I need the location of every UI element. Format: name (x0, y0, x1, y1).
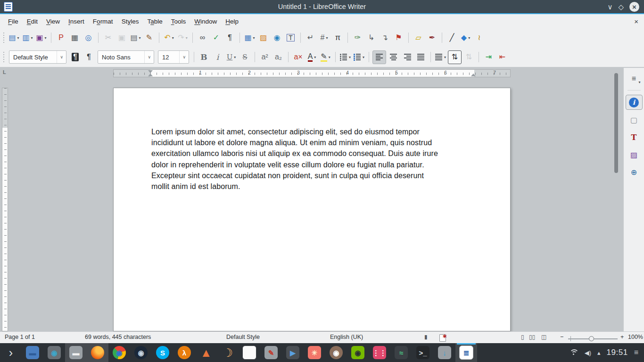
justified-button[interactable] (414, 51, 427, 64)
dropdown-arrow-icon[interactable]: ▾ (468, 36, 470, 40)
status-language[interactable]: English (UK) (330, 334, 363, 340)
zoom-slider-knob[interactable] (589, 336, 594, 341)
vertical-ruler[interactable] (2, 88, 8, 331)
taskbar-virtual-desktop[interactable]: ▬ (22, 343, 43, 362)
dropdown-arrow-icon[interactable]: ▾ (253, 36, 255, 40)
insert-cross-reference-button[interactable]: ▱ (412, 32, 425, 44)
close-document-icon[interactable]: × (634, 17, 638, 25)
align-center-button[interactable] (387, 51, 400, 64)
taskbar-nvidia-settings[interactable]: ◉ (347, 343, 369, 362)
sidebar-page-deck[interactable]: ▢ (626, 113, 642, 127)
track-changes-button[interactable]: ✒ (426, 32, 438, 44)
menu-help[interactable]: Help (221, 16, 243, 27)
taskbar-system-monitor[interactable]: ≈ (390, 343, 412, 362)
find-and-replace-button[interactable]: ∞ (196, 32, 209, 44)
spelling-button[interactable]: ✓ (210, 32, 223, 44)
clear-formatting-button[interactable]: a× (292, 51, 305, 64)
increase-paragraph-spacing-button[interactable]: ⇅ (448, 50, 462, 64)
chevron-down-icon[interactable]: ∨ (144, 51, 154, 63)
taskbar-gimp[interactable]: ◉ (325, 343, 347, 362)
taskbar-terminal[interactable]: >_ (412, 343, 434, 362)
right-indent-marker[interactable] (471, 74, 476, 76)
strikethrough-button[interactable]: S (239, 51, 251, 64)
taskbar-text-editor[interactable]: ✎ (260, 343, 282, 362)
taskbar-firefox[interactable] (87, 343, 108, 362)
insert-formula-button[interactable]: π (331, 32, 344, 44)
menu-table[interactable]: Table (143, 16, 166, 27)
unordered-list-button[interactable]: ▾ (339, 51, 352, 64)
align-left-button[interactable] (372, 50, 386, 64)
status-word-count[interactable]: 69 words, 445 characters (85, 334, 151, 340)
dropdown-arrow-icon[interactable]: ▾ (314, 55, 316, 59)
taskbar-file-manager[interactable]: ▬ (65, 343, 87, 362)
formatting-marks-button[interactable]: ¶ (223, 32, 236, 44)
taskbar-libreoffice-writer[interactable]: ≣ (455, 343, 477, 362)
taskbar-audio-mixer[interactable]: ⋮⋮ (369, 343, 390, 362)
dropdown-arrow-icon[interactable]: ▾ (326, 36, 328, 40)
zoom-out-button[interactable]: − (560, 334, 563, 340)
update-paragraph-style-button[interactable]: ¶ (69, 51, 82, 64)
zoom-in-button[interactable]: + (620, 334, 624, 340)
wifi-icon[interactable] (570, 349, 578, 356)
taskbar-video-editor[interactable]: ▶ (282, 343, 304, 362)
zoom-percentage[interactable]: 100% (628, 334, 643, 340)
menu-window[interactable]: Window (190, 16, 221, 27)
menu-format[interactable]: Format (89, 16, 117, 27)
first-line-indent-marker[interactable] (148, 70, 153, 73)
new-paragraph-style-button[interactable]: ¶ (83, 51, 95, 64)
insert-bookmark-button[interactable]: ⚑ (392, 32, 405, 44)
highlight-color-button[interactable]: ✎▾ (319, 51, 332, 64)
document-page[interactable]: Lorem ipsum dolor sit amet, consectetur … (113, 88, 511, 331)
sidebar-navigator-deck[interactable]: ⊕ (626, 165, 642, 180)
bold-button[interactable]: B (198, 51, 210, 64)
superscript-button[interactable]: a² (258, 51, 271, 64)
volume-icon[interactable]: ◀) (585, 349, 591, 356)
decrease-indent-button[interactable]: ⇤ (496, 51, 509, 64)
menu-insert[interactable]: Insert (64, 16, 89, 27)
font-size-select[interactable]: 12∨ (158, 50, 189, 64)
taskbar-skype[interactable]: S (152, 343, 173, 362)
subscript-button[interactable]: a₂ (272, 51, 285, 64)
line-spacing-button[interactable]: ▾ (434, 51, 447, 64)
insert-comment-button[interactable]: ✑ (351, 32, 364, 44)
taskbar-image-viewer[interactable]: ☀ (304, 343, 325, 362)
new-document-button[interactable]: ▤▾ (8, 32, 20, 44)
taskbar-lambda-app[interactable]: λ (173, 343, 195, 362)
insert-line-button[interactable]: ╱ (446, 32, 458, 44)
horizontal-ruler[interactable]: 1234567 (113, 69, 511, 77)
panel-menu-icon[interactable]: ≡ (634, 348, 638, 357)
dropdown-arrow-icon[interactable]: ▾ (363, 55, 364, 59)
paste-button[interactable]: ▤▾ (129, 32, 142, 44)
title-bar[interactable]: Untitled 1 - LibreOffice Writer ∨ ◇ × (0, 0, 644, 13)
taskbar-libreoffice-start[interactable] (239, 343, 260, 362)
insert-field-button[interactable]: #▾ (318, 32, 330, 44)
export-as-pdf-button[interactable]: P (55, 32, 67, 44)
save-button[interactable]: ▣▾ (35, 32, 48, 44)
ordered-list-button[interactable]: ▾ (353, 51, 365, 64)
maximize-button[interactable]: ◇ (618, 3, 624, 10)
menu-view[interactable]: View (42, 16, 64, 27)
taskbar-vlc[interactable]: ▲ (195, 343, 217, 362)
dropdown-arrow-icon[interactable]: ▾ (234, 55, 236, 59)
align-right-button[interactable] (401, 51, 413, 64)
close-button[interactable]: × (629, 2, 639, 12)
left-indent-marker[interactable] (148, 74, 153, 76)
status-page-count[interactable]: Page 1 of 1 (5, 334, 35, 340)
sidebar-sidebar-settings[interactable]: ≡▾ (626, 72, 642, 86)
sidebar-gallery-deck[interactable]: ▨ (626, 148, 642, 162)
open-button[interactable]: ▥▾ (21, 32, 34, 44)
font-name-select[interactable]: Noto Sans∨ (98, 50, 154, 64)
font-color-button[interactable]: A▾ (305, 51, 318, 64)
insert-chart-button[interactable]: ◉ (271, 32, 283, 44)
menu-styles[interactable]: Styles (117, 16, 143, 27)
tray-expand-icon[interactable]: ▴ (597, 349, 601, 356)
paragraph-style-select[interactable]: Default Style∨ (9, 50, 66, 64)
vertical-scrollbar[interactable] (613, 69, 619, 331)
dropdown-arrow-icon[interactable]: ▾ (45, 36, 47, 40)
increase-indent-button[interactable]: ⇥ (482, 51, 495, 64)
status-page-style[interactable]: Default Style (226, 334, 260, 340)
dropdown-arrow-icon[interactable]: ▾ (17, 36, 19, 40)
taskbar-chrome[interactable]: ◉ (108, 343, 130, 362)
dropdown-arrow-icon[interactable]: ▾ (444, 55, 446, 59)
minimize-button[interactable]: ∨ (607, 3, 612, 10)
